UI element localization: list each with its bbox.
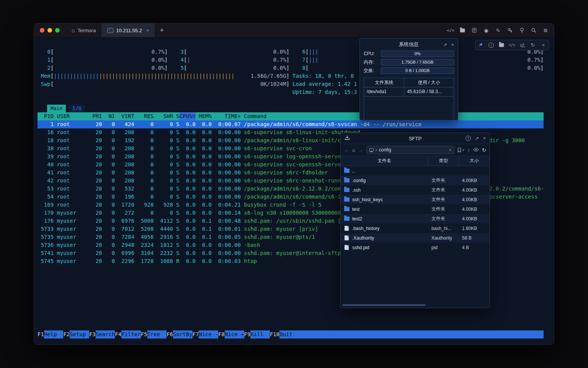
file-row-.Xauthority[interactable]: .XauthorityXauthority58 B <box>341 233 490 243</box>
file-row-ssh_host_keys[interactable]: ssh_host_keys文件夹4.00KB <box>341 195 490 204</box>
col-ni: 0 <box>102 217 115 225</box>
file-row-test[interactable]: test文件夹4.00KB <box>341 204 490 214</box>
col-cpu: 0.0 <box>180 225 196 233</box>
col-cpu: 0.0 <box>180 128 196 136</box>
close-icon[interactable]: × <box>483 136 486 141</box>
pin-icon[interactable] <box>478 42 483 48</box>
column-size[interactable]: 大小 <box>459 156 490 166</box>
key-icon[interactable] <box>507 27 513 33</box>
fkey-F1[interactable]: F1Help <box>38 330 63 338</box>
process-row-1[interactable]: 1root20042400S0.00.00:00.07/package/admi… <box>38 120 544 128</box>
header-user[interactable]: USER <box>57 112 89 120</box>
file-row-test2[interactable]: test2文件夹4.00KB <box>341 214 490 223</box>
header-mem[interactable]: MEM% <box>196 112 212 120</box>
scrollbar-thumb[interactable] <box>342 304 426 306</box>
file-row-.bash_history[interactable]: .bash_historybash_hi...1.60KB <box>341 223 490 233</box>
external-link-icon[interactable]: ↗ <box>443 41 447 48</box>
cpu-metric-row: CPU: 0% <box>364 49 454 58</box>
column-type[interactable]: 类型 <box>428 156 459 166</box>
file-row-..[interactable]: .. <box>341 166 490 176</box>
col-pri: 20 <box>89 257 102 265</box>
refresh-icon[interactable]: ↻ <box>530 42 536 48</box>
fkey-F5[interactable]: F5Tree <box>141 330 167 338</box>
col-shr: 1088 <box>154 257 173 265</box>
header-cpu[interactable]: CPU%▽ <box>180 112 196 120</box>
close-button[interactable] <box>40 28 44 33</box>
col-shr: 0 <box>154 120 173 128</box>
metric-label: 内存: <box>364 59 378 66</box>
minimize-button[interactable] <box>47 28 52 33</box>
settings-icon[interactable]: ⚙ <box>542 27 549 33</box>
tab-session[interactable]: >_ 10.211.55.2 × <box>101 23 155 37</box>
col-time: 0:00.00 <box>212 136 241 145</box>
find-icon[interactable] <box>519 27 525 33</box>
header-shr[interactable]: SHR <box>154 112 173 120</box>
col-res: 1728 <box>134 257 154 265</box>
file-row-.ssh[interactable]: .ssh文件夹4.00KB <box>341 185 490 195</box>
col-ni: 0 <box>102 161 115 169</box>
col-cpu: 0.0 <box>180 209 196 217</box>
tab-main[interactable]: Main <box>47 105 66 112</box>
folder-icon[interactable] <box>459 27 466 33</box>
col-shr: 4440 <box>154 225 173 233</box>
col-pid: 16 <box>38 128 54 136</box>
fkey-F7[interactable]: F7Nice - <box>193 330 218 338</box>
path-breadcrumb[interactable]: › config ∨ <box>366 146 454 154</box>
path-segment[interactable]: config <box>379 147 391 153</box>
close-icon[interactable]: × <box>451 41 454 48</box>
edit-icon[interactable]: ✎ <box>495 27 501 33</box>
file-row-.config[interactable]: .config文件夹4.00KB <box>341 176 490 185</box>
cpu-meter-4: 4[|0.7%] <box>171 56 289 64</box>
header-pid[interactable]: PID <box>38 112 54 120</box>
tab-termora[interactable]: ⌂ Termora <box>66 23 101 37</box>
fkey-F9[interactable]: F9Kill <box>244 330 270 338</box>
header-pri[interactable]: PRI <box>89 112 102 120</box>
header-time[interactable]: TIME+ <box>212 112 241 120</box>
fkey-F8[interactable]: F8Nice + <box>218 330 244 338</box>
col-mem: 0.1 <box>196 217 212 225</box>
col-s: S <box>173 225 180 233</box>
header-s[interactable]: S <box>173 112 180 120</box>
fkey-F4[interactable]: F4Filter <box>115 330 140 338</box>
tab-close-icon[interactable]: × <box>146 28 149 33</box>
new-tab-button[interactable]: + <box>155 26 169 34</box>
tab-io[interactable]: I/O <box>69 105 85 112</box>
clean-icon[interactable] <box>519 42 525 48</box>
column-filename[interactable]: 文件名 <box>341 156 428 166</box>
floating-toolbar: i </> ↻ × <box>475 40 549 50</box>
bookmark-icon[interactable]: ∨ <box>457 148 465 153</box>
info-icon[interactable]: i <box>488 42 494 48</box>
show-hidden-icon[interactable] <box>473 147 479 153</box>
folder-icon[interactable] <box>499 42 505 48</box>
header-ni[interactable]: NI <box>102 112 115 120</box>
col-shr: 0 <box>154 177 173 185</box>
search-icon[interactable] <box>531 27 537 33</box>
code-icon[interactable]: </> <box>448 27 454 33</box>
fkey-F6[interactable]: F6SortBy <box>167 330 192 338</box>
filesystem-row[interactable]: /dev/vda1 45.61GB / 58.3... <box>364 87 454 97</box>
forward-icon[interactable]: → <box>358 147 363 153</box>
fkey-F10[interactable]: F10Quit <box>270 330 299 338</box>
file-row-sshd.pid[interactable]: sshd.pidpid4 B <box>341 243 490 252</box>
fkey-F2[interactable]: F2Setup <box>63 330 89 338</box>
fkey-F3[interactable]: F3Search <box>89 330 115 338</box>
up-directory-icon[interactable]: ↑ <box>468 147 470 153</box>
refresh-icon[interactable]: ↻ <box>482 147 486 153</box>
sftp-titlebar[interactable]: SFTP ? ↗ × <box>341 133 490 144</box>
code-icon[interactable]: </> <box>509 42 515 48</box>
col-virt: 208 <box>115 145 134 153</box>
zoom-button[interactable] <box>55 28 60 33</box>
home-icon[interactable]: ⌂ <box>352 147 355 153</box>
help-icon[interactable]: ? <box>466 136 471 141</box>
back-icon[interactable]: ← <box>344 147 349 153</box>
col-user: root <box>57 145 89 153</box>
log-icon[interactable] <box>471 27 477 33</box>
external-link-icon[interactable]: ↗ <box>475 136 479 141</box>
fnbar-fill <box>299 330 544 338</box>
chevron-down-icon[interactable]: ∨ <box>449 148 451 152</box>
record-icon[interactable]: ◉ <box>483 27 489 33</box>
col-shr: 0 <box>154 145 173 153</box>
header-virt[interactable]: VIRT <box>115 112 134 120</box>
header-res[interactable]: RES <box>134 112 154 120</box>
close-icon[interactable]: × <box>541 42 546 48</box>
